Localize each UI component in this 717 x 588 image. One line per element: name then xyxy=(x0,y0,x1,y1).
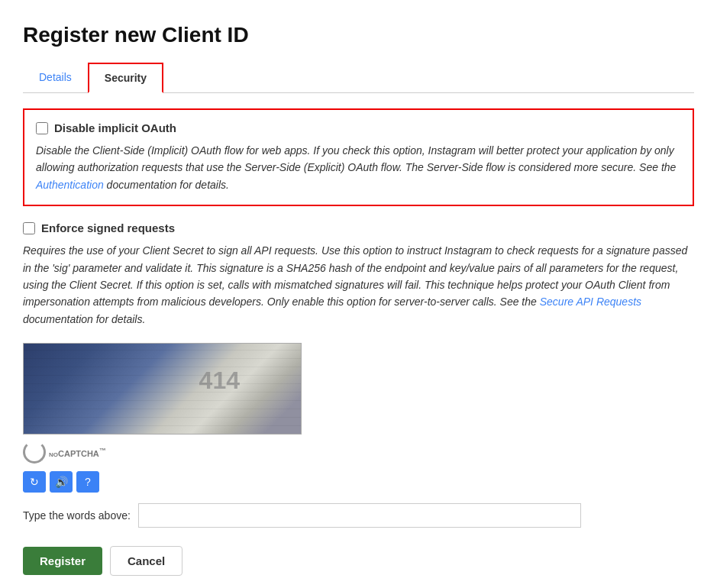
disable-implicit-oauth-header: Disable implicit OAuth xyxy=(36,121,681,134)
captcha-refresh-icon: ↻ xyxy=(30,476,39,488)
captcha-container: noCAPTCHA™ ↻ 🔊 ? Type the words above: xyxy=(23,343,694,528)
action-buttons: Register Cancel xyxy=(23,546,694,576)
enforce-signed-requests-label[interactable]: Enforce signed requests xyxy=(41,221,175,234)
captcha-audio-button[interactable]: 🔊 xyxy=(50,471,73,493)
captcha-help-button[interactable]: ? xyxy=(76,471,99,493)
enforce-signed-requests-checkbox[interactable] xyxy=(23,222,35,234)
captcha-input-label: Type the words above: xyxy=(23,509,131,522)
captcha-image xyxy=(23,343,302,435)
disable-implicit-oauth-section: Disable implicit OAuth Disable the Clien… xyxy=(23,108,694,206)
enforce-signed-requests-section: Enforce signed requests Requires the use… xyxy=(23,221,694,328)
captcha-branding: noCAPTCHA™ xyxy=(23,441,694,464)
description-before-1: Disable the Client-Side (Implicit) OAuth… xyxy=(36,144,676,173)
enforce-signed-requests-header: Enforce signed requests xyxy=(23,221,694,234)
tabs-container: Details Security xyxy=(23,63,694,93)
enforce-signed-requests-description: Requires the use of your Client Secret t… xyxy=(23,242,694,328)
disable-implicit-oauth-label[interactable]: Disable implicit OAuth xyxy=(54,121,176,134)
captcha-text-input[interactable] xyxy=(138,503,581,528)
captcha-help-icon: ? xyxy=(85,476,91,488)
captcha-controls: ↻ 🔊 ? xyxy=(23,471,694,493)
tab-details[interactable]: Details xyxy=(23,63,88,93)
secure-api-requests-link[interactable]: Secure API Requests xyxy=(540,296,641,308)
cancel-button[interactable]: Cancel xyxy=(110,546,182,576)
captcha-audio-icon: 🔊 xyxy=(55,476,68,488)
tab-security[interactable]: Security xyxy=(88,63,163,93)
authentication-link[interactable]: Authentication xyxy=(36,179,104,191)
description-after-2: documentation for details. xyxy=(23,313,145,325)
captcha-brand-text: noCAPTCHA™ xyxy=(49,447,106,458)
disable-implicit-oauth-description: Disable the Client-Side (Implicit) OAuth… xyxy=(36,142,681,193)
description-after-1: documentation for details. xyxy=(104,179,229,191)
captcha-input-row: Type the words above: xyxy=(23,503,694,528)
register-button[interactable]: Register xyxy=(23,547,102,575)
captcha-logo-icon xyxy=(23,441,46,464)
disable-implicit-oauth-checkbox[interactable] xyxy=(36,122,48,134)
page-title: Register new Client ID xyxy=(23,23,694,47)
captcha-refresh-button[interactable]: ↻ xyxy=(23,471,46,493)
